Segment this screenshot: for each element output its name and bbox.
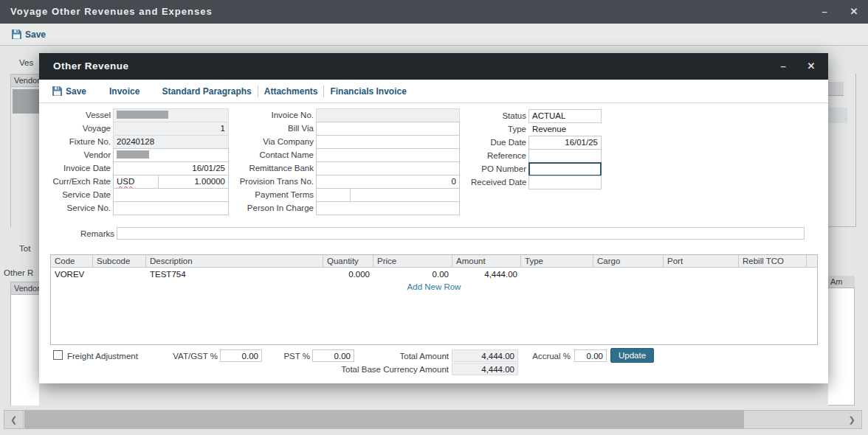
save-label: Save [25, 29, 46, 40]
contact-name-label: Contact Name [238, 148, 314, 162]
invoice-date-field[interactable]: 16/01/25 [113, 161, 229, 175]
column-header-subcode[interactable]: Subcode [93, 255, 146, 267]
window-close-icon[interactable]: ✕ [844, 0, 864, 24]
column-header-amount[interactable]: Amount [452, 255, 521, 267]
service-no-field[interactable] [113, 201, 229, 215]
currency-field[interactable]: USD [113, 175, 159, 189]
dialog-save-button[interactable]: Save [52, 86, 86, 97]
accrual-label: Accrual % [523, 350, 571, 363]
toolbar-divider [258, 86, 258, 97]
attachments-button[interactable]: Attachments [264, 86, 318, 97]
curr-exch-rate-label: Curr/Exch Rate [41, 175, 111, 189]
person-in-charge-label: Person In Charge [238, 201, 314, 215]
cell-amount[interactable]: 4,444.00 [452, 268, 521, 281]
type-field[interactable]: Revenue [528, 122, 602, 136]
form-column-middle: Invoice No. Bill Via Via Company Contact… [238, 108, 460, 215]
save-icon [12, 29, 21, 39]
dialog-close-icon[interactable]: ✕ [802, 53, 821, 80]
exchange-rate-field[interactable]: 1.00000 [158, 175, 229, 189]
vat-gst-field[interactable]: 0.00 [220, 349, 262, 362]
column-header-description[interactable]: Description [146, 255, 323, 267]
provision-trans-no-label: Provision Trans No. [238, 175, 314, 189]
cell-quantity[interactable]: 0.000 [323, 268, 373, 281]
form-column-left: Vessel Voyage1 Fixture No.20240128 Vendo… [41, 108, 229, 215]
background-vessel-label: Ves [19, 58, 33, 67]
via-company-label: Via Company [238, 135, 314, 149]
service-date-field[interactable] [113, 188, 229, 202]
window-minimize-icon[interactable]: – [815, 0, 834, 24]
pst-field[interactable]: 0.00 [312, 349, 354, 362]
fixture-no-field[interactable]: 20240128 [113, 135, 229, 149]
pst-label: PST % [261, 350, 310, 363]
cell-description[interactable]: TEST754 [146, 268, 323, 281]
vendor-field[interactable] [113, 148, 229, 162]
invoice-no-label: Invoice No. [238, 108, 314, 122]
horizontal-scrollbar[interactable]: ❮ ❯ [4, 410, 862, 429]
financials-invoice-button[interactable]: Financials Invoice [330, 86, 406, 97]
cell-type[interactable] [521, 268, 593, 281]
via-company-field[interactable] [316, 135, 460, 149]
scrollbar-thumb[interactable] [24, 411, 744, 428]
cell-price[interactable]: 0.00 [373, 268, 452, 281]
accrual-field[interactable]: 0.00 [574, 349, 607, 362]
background-panel-border-bottom [828, 226, 856, 227]
status-field[interactable]: ACTUAL [528, 109, 602, 123]
column-header-code[interactable]: Code [51, 255, 93, 267]
dialog-save-label: Save [66, 86, 86, 97]
save-button[interactable]: Save [12, 29, 46, 40]
window-toolbar: Save [0, 24, 868, 46]
background-table-body-right [828, 288, 855, 406]
background-total-label: Tot [19, 244, 30, 253]
redacted-field-top-right [828, 82, 844, 96]
column-header-price[interactable]: Price [373, 255, 452, 267]
vat-gst-label: VAT/GST % [150, 350, 218, 363]
po-number-field[interactable] [528, 162, 602, 176]
background-panel-border [855, 74, 856, 227]
currency-value: USD [117, 177, 134, 186]
voyage-field[interactable]: 1 [113, 122, 229, 136]
vessel-field[interactable] [113, 108, 229, 122]
window-titlebar: Voyage Other Revenues and Expenses – ✕ [0, 0, 868, 24]
payment-terms-desc-field[interactable] [350, 188, 460, 202]
bill-via-field[interactable] [316, 122, 460, 136]
dialog-minimize-icon[interactable]: – [774, 53, 793, 80]
received-date-field[interactable] [528, 175, 602, 189]
table-row[interactable]: VOREV TEST754 0.000 0.00 4,444.00 [51, 268, 817, 281]
cell-port[interactable] [664, 268, 739, 281]
column-header-port[interactable]: Port [664, 255, 739, 267]
provision-trans-no-field[interactable]: 0 [316, 175, 460, 189]
cell-cargo[interactable] [593, 268, 664, 281]
add-new-row-link[interactable]: Add New Row [51, 282, 817, 291]
cell-code[interactable]: VOREV [51, 268, 93, 281]
remarks-row: Remarks [41, 227, 805, 240]
column-header-quantity[interactable]: Quantity [323, 255, 373, 267]
due-date-field[interactable]: 16/01/25 [528, 136, 602, 150]
column-header-type[interactable]: Type [521, 255, 593, 267]
invoice-no-field[interactable] [316, 108, 460, 122]
status-label: Status [471, 109, 526, 123]
cell-filler [807, 268, 817, 281]
contact-name-field[interactable] [316, 148, 460, 162]
freight-adjustment-checkbox[interactable] [53, 350, 63, 360]
update-button[interactable]: Update [610, 348, 654, 363]
due-date-label: Due Date [471, 136, 526, 150]
column-header-filler [807, 255, 817, 267]
redacted-field-top-right-2 [828, 108, 847, 123]
column-header-cargo[interactable]: Cargo [593, 255, 664, 267]
column-header-rebill-tco[interactable]: Rebill TCO [739, 255, 807, 267]
person-in-charge-field[interactable] [316, 201, 460, 215]
invoice-button[interactable]: Invoice [109, 86, 140, 97]
standard-paragraphs-button[interactable]: Standard Paragraphs [162, 86, 251, 97]
cell-subcode[interactable] [93, 268, 146, 281]
remittance-bank-field[interactable] [316, 161, 460, 175]
reference-field[interactable] [528, 149, 602, 163]
cell-rebill-tco[interactable] [739, 268, 807, 281]
total-amount-label: Total Amount [356, 350, 449, 363]
remarks-field[interactable] [117, 227, 805, 240]
scroll-left-icon[interactable]: ❮ [4, 411, 24, 428]
payment-terms-code-field[interactable] [316, 188, 351, 202]
line-items-grid: Code Subcode Description Quantity Price … [50, 254, 818, 345]
scroll-right-icon[interactable]: ❯ [842, 411, 861, 428]
reference-label: Reference [471, 149, 526, 163]
service-date-label: Service Date [41, 188, 111, 202]
